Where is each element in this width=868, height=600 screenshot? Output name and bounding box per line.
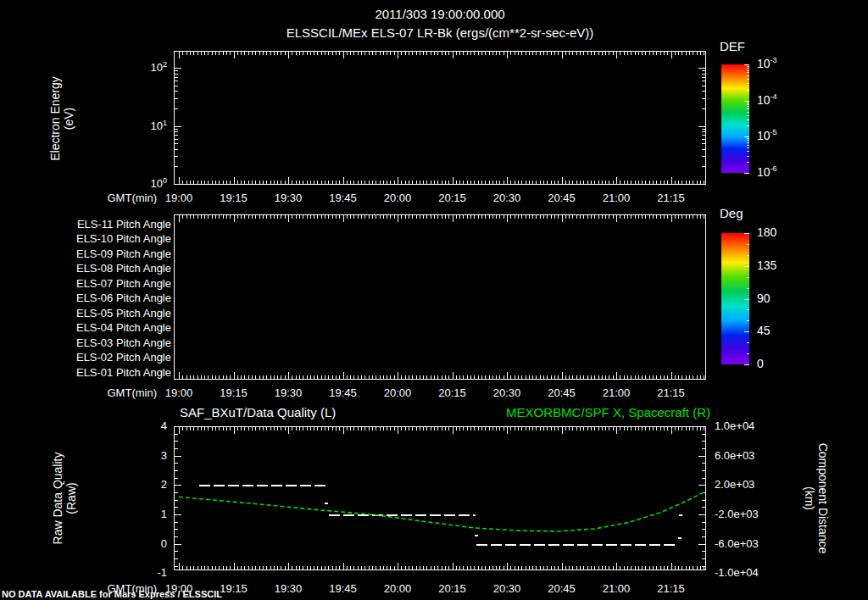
distance-y-tick-label: -6.0e+03: [715, 537, 759, 550]
x-tick-label: 19:00: [160, 582, 198, 595]
def-colorbar-tick-label: 10-5: [757, 129, 777, 142]
deg-colorbar-tick-label: 0: [757, 358, 764, 370]
x-tick-label: 20:15: [434, 192, 471, 204]
pitch-row-label: ELS-09 Pitch Angle: [76, 247, 171, 260]
energy-axis-title-line1: Electron Energy: [48, 76, 62, 161]
energy-axis-title: Electron Energy (eV): [48, 76, 75, 161]
x-tick-label: 21:15: [653, 582, 690, 595]
deg-colorbar-tick-label: 135: [757, 259, 776, 272]
x-tick-label: 20:30: [488, 386, 526, 399]
distance-axis-title-line1: Component Distance: [816, 443, 830, 554]
pitch-row-label: ELS-02 Pitch Angle: [76, 351, 171, 364]
x-tick-label: 20:45: [543, 582, 581, 595]
x-tick-label: 19:30: [270, 582, 307, 595]
gmt-axis-label-pitch: GMT(min): [108, 386, 158, 399]
x-tick-label: 21:15: [653, 386, 690, 399]
x-tick-label: 19:00: [160, 386, 198, 399]
pitch-row-label: ELS-06 Pitch Angle: [76, 292, 171, 304]
def-colorbar-tick-label: 10-4: [757, 93, 777, 107]
quality-y-tick-label: -1: [157, 566, 167, 579]
plot-timestamp-title: 2011/303 19:00:00.000: [174, 7, 706, 21]
quality-axis-title: Raw Data Quality (Raw): [51, 453, 78, 545]
deg-colorbar-tick-label: 45: [757, 325, 771, 337]
energy-spectrogram-panel: [174, 51, 706, 185]
x-tick-label: 20:15: [434, 582, 471, 595]
pitch-row-label: ELS-03 Pitch Angle: [76, 336, 171, 349]
x-tick-label: 20:00: [379, 192, 416, 204]
energy-y-tick-label: 101: [151, 119, 167, 132]
distance-y-tick-label: -1.0e+04: [715, 566, 759, 579]
deg-colorbar-title: Deg: [720, 206, 743, 220]
distance-y-tick-label: 6.0e+03: [715, 449, 754, 462]
pitch-angle-panel: [174, 214, 706, 380]
x-tick-label: 19:30: [270, 386, 307, 399]
energy-y-tick-label: 100: [151, 177, 167, 190]
quality-y-tick-label: 1: [161, 508, 167, 520]
distance-axis-title: Component Distance (km): [803, 443, 830, 554]
plot-main-title: ELSSCIL/MEx ELS-07 LR-Bk (ergs/(cm**2-sr…: [174, 25, 706, 40]
x-tick-label: 20:30: [488, 582, 526, 595]
x-tick-label: 20:15: [434, 386, 471, 399]
x-tick-label: 19:15: [215, 386, 253, 399]
quality-y-tick-label: 3: [161, 449, 167, 462]
pitch-row-label: ELS-04 Pitch Angle: [76, 321, 171, 334]
x-tick-label: 21:00: [598, 582, 635, 595]
distance-y-tick-label: 1.0e+04: [715, 419, 754, 432]
def-colorbar-tick-label: 10-6: [757, 165, 777, 179]
deg-colorbar-tick-label: 180: [757, 226, 776, 239]
x-tick-label: 19:45: [325, 192, 362, 204]
def-colorbar-tick-label: 10-3: [757, 57, 777, 70]
pitch-row-label: ELS-05 Pitch Angle: [76, 307, 171, 319]
x-tick-label: 19:15: [215, 582, 253, 595]
x-tick-label: 19:30: [270, 192, 307, 204]
quality-axis-title-line2: (Raw): [64, 453, 78, 545]
x-tick-label: 20:45: [543, 386, 581, 399]
pitch-row-label: ELS-11 Pitch Angle: [77, 218, 171, 231]
gmt-axis-label-quality: GMT(min): [108, 582, 158, 595]
distance-axis-title-line2: (km): [803, 443, 816, 554]
x-tick-label: 19:45: [325, 386, 362, 399]
deg-colorbar: [721, 233, 749, 364]
energy-axis-title-line2: (eV): [62, 76, 75, 161]
quality-panel-title-left: SAF_BXuT/Data Quality (L): [180, 405, 336, 419]
pitch-row-label: ELS-07 Pitch Angle: [76, 277, 171, 290]
pitch-row-label: ELS-01 Pitch Angle: [76, 366, 171, 379]
data-quality-panel: [174, 426, 706, 570]
x-tick-label: 20:00: [379, 386, 416, 399]
x-tick-label: 20:00: [379, 582, 416, 595]
distance-y-tick-label: 2.0e+03: [715, 478, 754, 491]
gmt-axis-label-energy: GMT(min): [108, 192, 158, 204]
x-tick-label: 19:15: [215, 192, 253, 204]
x-tick-label: 20:30: [488, 192, 526, 204]
x-tick-label: 21:00: [598, 192, 635, 204]
quality-axis-title-line1: Raw Data Quality: [51, 453, 64, 545]
quality-panel-title-right: MEXORBMC/SPF X, Spacecraft (R): [506, 405, 710, 419]
x-tick-label: 20:45: [543, 192, 581, 204]
pitch-row-label: ELS-10 Pitch Angle: [76, 232, 171, 245]
pitch-row-label: ELS-08 Pitch Angle: [76, 262, 171, 275]
x-tick-label: 19:00: [160, 192, 198, 204]
plot-canvas: 2011/303 19:00:00.000 ELSSCIL/MEx ELS-07…: [0, 0, 868, 600]
deg-colorbar-tick-label: 90: [757, 292, 771, 305]
quality-y-tick-label: 2: [161, 478, 167, 491]
x-tick-label: 21:00: [598, 386, 635, 399]
x-tick-label: 19:45: [325, 582, 362, 595]
def-colorbar: [721, 64, 749, 173]
distance-y-tick-label: -2.0e+03: [715, 508, 759, 520]
x-tick-label: 21:15: [653, 192, 690, 204]
quality-y-tick-label: 4: [161, 419, 167, 432]
def-colorbar-title: DEF: [720, 39, 745, 53]
energy-y-tick-label: 102: [151, 61, 167, 74]
quality-y-tick-label: 0: [161, 537, 167, 550]
